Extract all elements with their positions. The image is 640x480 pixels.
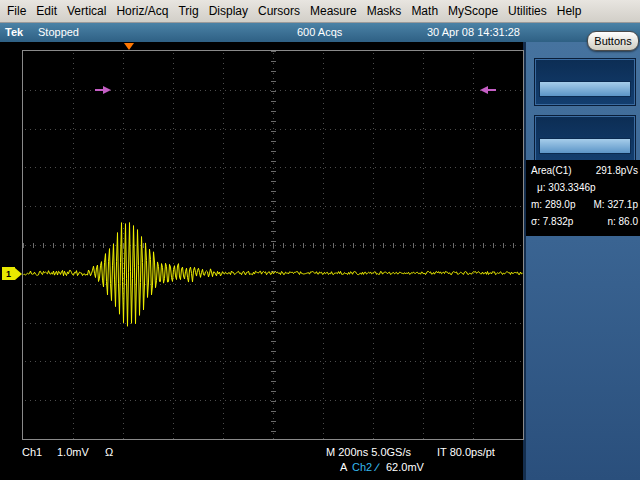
menu-display[interactable]: Display: [204, 0, 253, 22]
trigger-source-label: Ch2: [352, 461, 372, 473]
datetime-readout: 30 Apr 08 14:31:28: [427, 26, 520, 38]
measurement-readout: Area(C1) 291.8pVs μ: 303.3346p m: 289.0p…: [526, 160, 640, 236]
ch1-label: Ch1: [22, 446, 42, 458]
graticule: [22, 50, 524, 440]
timebase-readout: M 200ns 5.0GS/s: [326, 446, 411, 458]
menu-myscope[interactable]: MyScope: [443, 0, 503, 22]
measurement-min: m: 289.0p: [531, 199, 575, 210]
trigger-position-marker-icon[interactable]: [124, 43, 134, 50]
measurement-count: n: 86.0: [607, 216, 638, 227]
ch1-coupling: Ω: [105, 446, 113, 458]
ch1-marker-label: 1: [2, 267, 15, 280]
gate-left-head: [103, 86, 111, 94]
gate-right-head: [480, 86, 488, 94]
ch1-ground-marker[interactable]: 1: [2, 267, 22, 280]
menu-measure[interactable]: Measure: [305, 0, 362, 22]
menu-vertical[interactable]: Vertical: [62, 0, 111, 22]
menu-edit[interactable]: Edit: [31, 0, 62, 22]
right-sidebar: Area(C1) 291.8pVs μ: 303.3346p m: 289.0p…: [523, 42, 640, 480]
menu-file[interactable]: File: [2, 0, 31, 22]
side-control-lower[interactable]: [534, 115, 636, 163]
sample-rate-readout: IT 80.0ps/pt: [437, 446, 495, 458]
ch1-marker-arrow-icon: [15, 268, 22, 280]
menu-bar: File Edit Vertical Horiz/Acq Trig Displa…: [0, 0, 640, 23]
side-control-lower-band: [539, 138, 631, 154]
gate-marker-left-icon[interactable]: [95, 86, 111, 95]
side-control-upper-band: [539, 81, 631, 97]
gate-right-stem: [488, 89, 496, 91]
trigger-mode-label: A: [340, 461, 347, 473]
menu-help[interactable]: Help: [552, 0, 587, 22]
menu-trig[interactable]: Trig: [173, 0, 203, 22]
ch1-vertical-scale: 1.0mV: [57, 446, 89, 458]
tek-logo: Tek: [5, 26, 23, 38]
menu-masks[interactable]: Masks: [362, 0, 407, 22]
trigger-slope-icon: ∕: [376, 461, 378, 473]
buttons-button[interactable]: Buttons: [587, 31, 639, 51]
gate-left-stem: [95, 89, 103, 91]
measurement-value: 291.8pVs: [596, 165, 638, 176]
waveform-display: [23, 51, 523, 439]
measurement-stddev: σ: 7.832p: [531, 216, 573, 227]
measurement-max: M: 327.1p: [594, 199, 638, 210]
measurement-mean: μ: 303.3346p: [537, 182, 596, 193]
menu-cursors[interactable]: Cursors: [253, 0, 305, 22]
menu-horiz-acq[interactable]: Horiz/Acq: [111, 0, 173, 22]
menu-utilities[interactable]: Utilities: [503, 0, 552, 22]
acquisition-count: 600 Acqs: [297, 26, 342, 38]
acquisition-state: Stopped: [38, 26, 79, 38]
side-control-upper[interactable]: [534, 58, 636, 106]
gate-marker-right-icon[interactable]: [480, 86, 496, 95]
trigger-level-readout: 62.0mV: [386, 461, 424, 473]
menu-math[interactable]: Math: [406, 0, 443, 22]
status-bar: Tek Stopped 600 Acqs 30 Apr 08 14:31:28: [0, 23, 640, 42]
measurement-name: Area(C1): [531, 165, 572, 176]
